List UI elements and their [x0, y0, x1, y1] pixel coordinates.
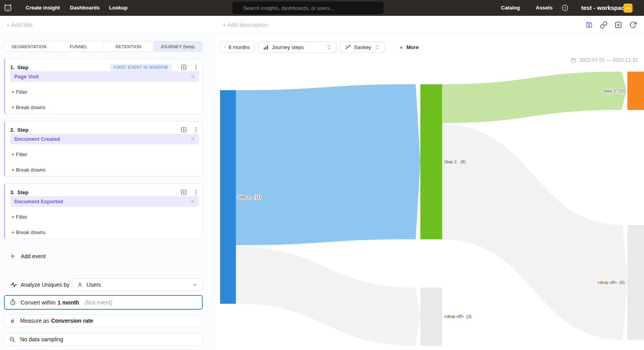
event-name: Document Created: [14, 136, 60, 142]
zoom-out-magnifier-icon: [9, 336, 16, 343]
sankey-link-step1-dropoff[interactable]: [236, 247, 420, 346]
step-menu-kebab-icon[interactable]: [193, 189, 199, 195]
sankey-node-step3[interactable]: [627, 72, 644, 110]
chart-toolbar: 6 months Journey steps: [219, 42, 419, 53]
tab-funnel[interactable]: FUNNEL: [54, 42, 104, 51]
add-breakdown-link[interactable]: + Break downs: [11, 167, 45, 173]
insight-title-bar: + Add title + Add description: [0, 16, 644, 34]
remove-event-icon[interactable]: [190, 136, 195, 142]
convert-value: 1 month: [58, 299, 79, 306]
add-filter-link[interactable]: + Filter: [11, 89, 27, 95]
chevron-down-icon: [192, 282, 198, 288]
add-title-button[interactable]: + Add title: [6, 21, 32, 28]
sankey-node-dropoff-after-step2[interactable]: [627, 225, 644, 340]
group-by-select[interactable]: Journey steps: [258, 42, 336, 53]
step-title: Step: [17, 64, 28, 70]
tab-journey[interactable]: JOURNEY (beta): [153, 42, 202, 51]
save-icon[interactable]: [585, 21, 593, 29]
analyze-row: Analyze Uniques by Users: [0, 278, 215, 291]
chart-date-range: 2022-07-01 — 2022-12-31: [571, 57, 638, 63]
add-breakdown-link[interactable]: + Break downs: [11, 229, 45, 235]
remove-event-icon[interactable]: [190, 199, 195, 204]
copy-link-icon[interactable]: [600, 21, 608, 29]
calendar-icon: [571, 57, 576, 63]
add-description-button[interactable]: + Add description: [222, 21, 268, 28]
stopwatch-icon: [9, 299, 16, 306]
activity-pulse-icon: [10, 281, 17, 288]
sankey-label-dropoff-3: <drop off> (3): [444, 314, 472, 319]
tab-retention[interactable]: RETENTION: [104, 42, 153, 51]
clear-insight-icon[interactable]: [614, 21, 622, 29]
nav-lookup[interactable]: Lookup: [109, 0, 128, 16]
add-event-to-step-icon[interactable]: [181, 127, 187, 133]
analyze-by-select[interactable]: Users: [72, 278, 203, 291]
data-sampling-row[interactable]: No data sampling: [4, 333, 203, 346]
more-options-button[interactable]: + More: [399, 44, 419, 51]
svg-text:?: ?: [564, 6, 566, 10]
step-menu-kebab-icon[interactable]: [193, 127, 199, 133]
measure-as-row[interactable]: # Measure as Conversion rate: [4, 314, 203, 327]
sankey-node-step2[interactable]: [420, 84, 442, 239]
step-3-header: 3. Step: [10, 188, 199, 196]
sankey-link-step1-step2[interactable]: [236, 84, 420, 245]
chart-type-select[interactable]: Sankey: [340, 42, 385, 53]
select-caret-icon: [326, 44, 331, 50]
add-filter-link[interactable]: + Filter: [11, 151, 27, 157]
add-event-to-step-icon[interactable]: [181, 189, 187, 195]
sankey-label-step1: Step 1. (11): [237, 195, 261, 199]
chart-panel: Step 1. (11) Step 2. (8) Step 3. (2) <dr…: [215, 35, 644, 350]
global-search-input[interactable]: [232, 2, 384, 14]
sankey-node-dropoff-after-step1[interactable]: [420, 288, 442, 346]
app-logo-cat-icon[interactable]: [3, 3, 13, 13]
journey-sankey-chart: Step 1. (11) Step 2. (8) Step 3. (2) <dr…: [215, 35, 644, 350]
add-event-to-step-icon[interactable]: [181, 64, 187, 70]
sankey-chart-type-icon: [345, 44, 351, 50]
nav-dashboards[interactable]: Dashboards: [70, 0, 100, 16]
sankey-label-step3: Step 3. (2): [603, 89, 625, 93]
step-title: Step: [17, 189, 28, 195]
plus-icon: +: [399, 44, 403, 51]
sankey-label-step2: Step 2. (8): [444, 159, 465, 164]
sampling-label: No data sampling: [20, 336, 63, 342]
help-icon[interactable]: ?: [561, 4, 569, 11]
insight-type-tabs: SEGMENTATION FUNNEL RETENTION JOURNEY (b…: [4, 41, 203, 52]
remove-event-icon[interactable]: [190, 74, 195, 79]
plus-icon: +: [10, 253, 15, 260]
sankey-link-step2-step3[interactable]: [442, 72, 627, 123]
sankey-link-step2-dropoff[interactable]: [442, 125, 627, 340]
add-filter-link[interactable]: + Filter: [11, 214, 27, 220]
date-range-text: 2022-07-01 — 2022-12-31: [580, 57, 638, 63]
step-number: 1.: [10, 64, 15, 70]
nav-create-insight[interactable]: Create insight: [26, 0, 60, 16]
event-chip[interactable]: Document Created: [10, 134, 199, 144]
add-breakdown-link[interactable]: + Break downs: [11, 104, 45, 110]
bar-chart-icon: [263, 45, 269, 50]
step-card-1: 1. Step FIRST EVENT IN WINDOW Page Visit…: [4, 59, 203, 114]
event-name: Page Visit: [14, 74, 39, 79]
workspace-name[interactable]: test - workspace: [581, 0, 628, 16]
measure-prefix: Measure as: [20, 318, 49, 324]
tab-segmentation[interactable]: SEGMENTATION: [4, 42, 54, 51]
hash-icon: #: [9, 318, 16, 324]
step-title: Step: [17, 127, 28, 133]
step-menu-kebab-icon[interactable]: [193, 64, 199, 70]
step-2-header: 2. Step: [10, 126, 199, 134]
measure-value: Conversion rate: [51, 318, 93, 324]
group-by-value: Journey steps: [272, 44, 304, 50]
time-range-button[interactable]: 6 months: [219, 42, 254, 53]
analyze-by-value: Users: [87, 282, 101, 288]
add-event-button[interactable]: + Add event: [10, 253, 46, 260]
nav-assets[interactable]: Assets: [536, 0, 553, 16]
convert-suffix: (first event): [85, 299, 112, 306]
calendar-icon: [224, 44, 226, 50]
event-chip[interactable]: Document Exported: [10, 196, 199, 207]
user-icon: [77, 282, 83, 288]
user-avatar[interactable]: AA: [623, 4, 633, 13]
sankey-label-dropoff-6: <drop off> (6): [597, 280, 625, 285]
nav-catalog[interactable]: Catalog: [501, 0, 520, 16]
event-chip[interactable]: Page Visit: [10, 71, 199, 82]
conversion-window-row[interactable]: Convert within 1 month (first event): [4, 295, 203, 310]
refresh-icon[interactable]: [629, 21, 637, 29]
convert-prefix: Convert within: [21, 299, 56, 306]
sankey-node-step1[interactable]: [220, 90, 236, 304]
